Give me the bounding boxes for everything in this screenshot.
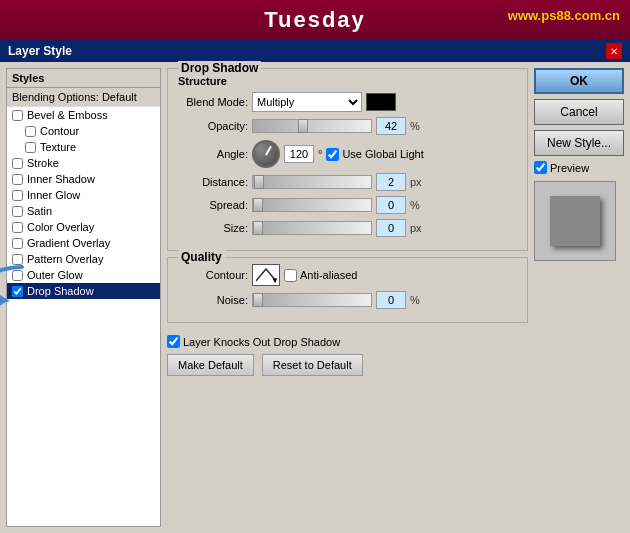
ok-button[interactable]: OK — [534, 68, 624, 94]
blend-mode-label: Blend Mode: — [178, 96, 248, 108]
layer-knocks-checkbox[interactable] — [167, 335, 180, 348]
preview-box — [534, 181, 616, 261]
style-checkbox-contour[interactable] — [25, 126, 36, 137]
distance-row: Distance: px — [178, 173, 517, 191]
style-item-satin[interactable]: Satin — [7, 203, 160, 219]
noise-slider[interactable] — [252, 293, 372, 307]
make-default-button[interactable]: Make Default — [167, 354, 254, 376]
anti-alias-checkbox[interactable] — [284, 269, 297, 282]
size-label: Size: — [178, 222, 248, 234]
size-row: Size: px — [178, 219, 517, 237]
style-checkbox-satin[interactable] — [12, 206, 23, 217]
style-item-contour[interactable]: Contour — [7, 123, 160, 139]
footer-area: Layer Knocks Out Drop Shadow Make Defaul… — [167, 329, 528, 378]
layer-knocks-row: Layer Knocks Out Drop Shadow — [167, 335, 528, 348]
contour-preview[interactable]: ▼ — [252, 264, 280, 286]
quality-section: Quality Contour: ▼ Anti-aliased — [167, 257, 528, 323]
style-checkbox-texture[interactable] — [25, 142, 36, 153]
distance-unit: px — [410, 176, 422, 188]
default-buttons-row: Make Default Reset to Default — [167, 354, 528, 376]
drop-shadow-section: Drop Shadow Structure Blend Mode: Multip… — [167, 68, 528, 251]
styles-panel-header: Styles — [7, 69, 160, 88]
style-checkbox-inner-glow[interactable] — [12, 190, 23, 201]
style-item-pattern-overlay[interactable]: Pattern Overlay — [7, 251, 160, 267]
preview-checkbox[interactable] — [534, 161, 547, 174]
style-item-texture[interactable]: Texture — [7, 139, 160, 155]
style-checkbox-pattern-overlay[interactable] — [12, 254, 23, 265]
quality-title: Quality — [178, 250, 225, 264]
noise-label: Noise: — [178, 294, 248, 306]
layer-knocks-label[interactable]: Layer Knocks Out Drop Shadow — [167, 335, 340, 348]
distance-label: Distance: — [178, 176, 248, 188]
angle-dial[interactable] — [252, 140, 280, 168]
layer-style-dialog: Layer Style ✕ Styles Blending Options: D… — [0, 40, 630, 533]
style-checkbox-gradient-overlay[interactable] — [12, 238, 23, 249]
angle-row: Angle: ° Use Global Light — [178, 140, 517, 168]
svg-marker-0 — [0, 295, 10, 305]
dialog-close-button[interactable]: ✕ — [606, 43, 622, 59]
spread-slider[interactable] — [252, 198, 372, 212]
opacity-slider[interactable] — [252, 119, 372, 133]
noise-input[interactable] — [376, 291, 406, 309]
preview-label[interactable]: Preview — [534, 161, 624, 174]
global-light-label[interactable]: Use Global Light — [326, 148, 423, 161]
spread-row: Spread: % — [178, 196, 517, 214]
top-watermark: www.ps88.com.cn — [508, 8, 620, 23]
dialog-title-text: Layer Style — [8, 44, 72, 58]
contour-label: Contour: — [178, 269, 248, 281]
styles-panel: Styles Blending Options: Default Bevel &… — [6, 68, 161, 527]
global-light-checkbox[interactable] — [326, 148, 339, 161]
opacity-input[interactable] — [376, 117, 406, 135]
opacity-row: Opacity: % — [178, 117, 517, 135]
angle-input[interactable] — [284, 145, 314, 163]
style-checkbox-stroke[interactable] — [12, 158, 23, 169]
style-checkbox-bevel[interactable] — [12, 110, 23, 121]
new-style-button[interactable]: New Style... — [534, 130, 624, 156]
anti-alias-label[interactable]: Anti-aliased — [284, 269, 357, 282]
style-checkbox-drop-shadow[interactable] — [12, 286, 23, 297]
style-item-gradient-overlay[interactable]: Gradient Overlay — [7, 235, 160, 251]
spread-label: Spread: — [178, 199, 248, 211]
style-checkbox-inner-shadow[interactable] — [12, 174, 23, 185]
blending-options-item[interactable]: Blending Options: Default — [7, 88, 160, 107]
preview-inner-box — [550, 196, 600, 246]
shadow-color-swatch[interactable] — [366, 93, 396, 111]
right-panel: OK Cancel New Style... Preview — [534, 68, 624, 527]
blend-mode-row: Blend Mode: Multiply Normal Screen Overl… — [178, 92, 517, 112]
size-input[interactable] — [376, 219, 406, 237]
style-item-inner-glow[interactable]: Inner Glow — [7, 187, 160, 203]
style-item-stroke[interactable]: Stroke — [7, 155, 160, 171]
style-checkbox-outer-glow[interactable] — [12, 270, 23, 281]
main-settings-panel: Drop Shadow Structure Blend Mode: Multip… — [167, 68, 528, 527]
opacity-label: Opacity: — [178, 120, 248, 132]
contour-dropdown-arrow: ▼ — [271, 276, 279, 285]
size-unit: px — [410, 222, 422, 234]
app-title: Tuesday — [264, 7, 366, 33]
spread-unit: % — [410, 199, 420, 211]
distance-slider[interactable] — [252, 175, 372, 189]
noise-row: Noise: % — [178, 291, 517, 309]
distance-input[interactable] — [376, 173, 406, 191]
style-item-outer-glow[interactable]: Outer Glow — [7, 267, 160, 283]
style-item-inner-shadow[interactable]: Inner Shadow — [7, 171, 160, 187]
blend-mode-select[interactable]: Multiply Normal Screen Overlay — [252, 92, 362, 112]
drop-shadow-title: Drop Shadow — [178, 61, 261, 75]
cancel-button[interactable]: Cancel — [534, 99, 624, 125]
opacity-unit: % — [410, 120, 420, 132]
dialog-title-bar: Layer Style ✕ — [0, 40, 630, 62]
title-bar: Tuesday www.ps88.com.cn — [0, 0, 630, 40]
angle-label: Angle: — [178, 148, 248, 160]
structure-subtitle: Structure — [178, 75, 517, 87]
dialog-body: Styles Blending Options: Default Bevel &… — [0, 62, 630, 533]
reset-default-button[interactable]: Reset to Default — [262, 354, 363, 376]
contour-row: Contour: ▼ Anti-aliased — [178, 264, 517, 286]
size-slider[interactable] — [252, 221, 372, 235]
style-item-color-overlay[interactable]: Color Overlay — [7, 219, 160, 235]
degree-symbol: ° — [318, 148, 322, 160]
noise-unit: % — [410, 294, 420, 306]
style-item-bevel[interactable]: Bevel & Emboss — [7, 107, 160, 123]
style-checkbox-color-overlay[interactable] — [12, 222, 23, 233]
spread-input[interactable] — [376, 196, 406, 214]
style-item-drop-shadow[interactable]: Drop Shadow — [7, 283, 160, 299]
